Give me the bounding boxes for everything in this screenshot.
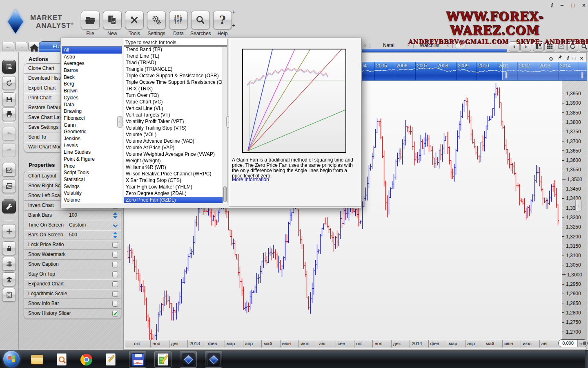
tools-search-input[interactable]: [124, 39, 227, 46]
tool-item[interactable]: Zero Degree Angles (ZDAL): [124, 191, 227, 197]
rail-grid-button[interactable]: [2, 257, 16, 271]
history-selection-left-handle[interactable]: [505, 72, 508, 79]
history-selection-range[interactable]: [502, 62, 588, 80]
checkbox[interactable]: [112, 311, 118, 316]
history-selection-right-handle[interactable]: [581, 72, 584, 79]
taskbar-notepad-icon[interactable]: [102, 351, 119, 368]
category-item[interactable]: Data: [62, 101, 122, 108]
toolbar-settings-button[interactable]: Settings: [146, 11, 167, 36]
category-item[interactable]: Jenkins: [62, 135, 122, 142]
window-close-icon[interactable]: ×: [582, 2, 586, 8]
tool-item[interactable]: Volume Weighted Average Price (VWAP): [124, 151, 227, 158]
rail-crosshair-button[interactable]: [2, 224, 16, 238]
category-item[interactable]: Price: [62, 163, 122, 170]
taskbar-market-analyst-icon[interactable]: [180, 351, 197, 368]
taskbar-explorer-folder-icon[interactable]: [29, 351, 46, 368]
rail-undo-button[interactable]: [2, 127, 16, 141]
tool-item[interactable]: Triple Octave Time Support & Resistance …: [124, 79, 227, 86]
category-item[interactable]: Cycles: [62, 94, 122, 101]
category-item[interactable]: Gann: [62, 122, 122, 129]
category-item[interactable]: Drawing: [62, 108, 122, 115]
tool-item[interactable]: Williams %R (WR): [124, 164, 227, 171]
tool-item[interactable]: Value Chart (VC): [124, 99, 227, 105]
window-minimize-icon[interactable]: −: [560, 2, 564, 8]
rail-download-history-button[interactable]: [2, 76, 16, 90]
category-item[interactable]: Geometric: [62, 128, 122, 135]
close-icon[interactable]: ×: [364, 43, 366, 48]
category-item[interactable]: Volume: [62, 197, 122, 203]
stepper[interactable]: [113, 231, 118, 239]
category-item[interactable]: Berg: [62, 81, 122, 88]
tool-item[interactable]: Zero Price Fan (GZDL): [124, 197, 227, 203]
tool-item[interactable]: Volume (VOL): [124, 132, 227, 138]
tool-item[interactable]: Trend Line (TL): [124, 53, 227, 60]
checkbox[interactable]: [112, 242, 118, 248]
category-item[interactable]: Script Tools: [62, 169, 122, 176]
category-item[interactable]: Point & Figure: [62, 156, 122, 163]
chart-restore-icon[interactable]: □: [573, 54, 576, 62]
rail-wrench-button[interactable]: [2, 200, 16, 213]
toolbar-help-button[interactable]: ?Help: [212, 11, 233, 36]
tool-item[interactable]: Vertical Line (VL): [124, 105, 227, 112]
scrollbar-thumb[interactable]: [223, 186, 227, 202]
rail-redo-button[interactable]: [2, 143, 16, 157]
toolbar-tools-button[interactable]: Tools: [124, 11, 145, 36]
tool-item[interactable]: X Bar Trailing Stop (GTS): [124, 177, 227, 184]
toolbar-new-button[interactable]: New: [102, 11, 122, 36]
toolbar-file-button[interactable]: File: [80, 11, 100, 36]
category-item[interactable]: Volatility: [62, 190, 122, 197]
taskbar-search-document-icon[interactable]: [53, 351, 70, 368]
window-info-icon[interactable]: i: [550, 2, 552, 8]
checkbox[interactable]: [112, 252, 118, 258]
show-desktop-button[interactable]: [585, 350, 588, 368]
tool-item[interactable]: Turn Over (TO): [124, 92, 227, 99]
categories-collapse-button[interactable]: ›: [117, 116, 122, 128]
category-item[interactable]: Line Studies: [62, 149, 122, 156]
category-item[interactable]: Averages: [62, 60, 122, 67]
stepper[interactable]: [113, 212, 118, 219]
rail-lock-button[interactable]: [2, 241, 16, 255]
rail-export-images-button[interactable]: [2, 179, 16, 193]
category-item[interactable]: Beck: [62, 74, 122, 81]
category-item[interactable]: Statistical: [62, 176, 122, 183]
chart-info-icon[interactable]: i: [567, 54, 569, 62]
tool-item[interactable]: TRIX (TRIX): [124, 86, 227, 92]
tool-item[interactable]: Volume Advance Decline (VAD): [124, 138, 227, 145]
date-axis[interactable]: октноядек2013февмарапрмайиюниюлавгсенокт…: [125, 340, 587, 348]
tool-item[interactable]: Trend Band (TB): [124, 47, 227, 53]
rail-save-button[interactable]: [2, 92, 16, 106]
rail-chart-actions-button[interactable]: [2, 60, 16, 74]
taskbar-floppy-64-icon[interactable]: —64—: [129, 351, 146, 368]
rail-notes-button[interactable]: [2, 288, 16, 302]
category-item[interactable]: Barros: [62, 67, 122, 74]
toolbar-searches-button[interactable]: Searches: [190, 11, 211, 36]
category-item[interactable]: All: [62, 47, 122, 54]
tool-item[interactable]: Year High Low Marker (YHLM): [124, 184, 227, 191]
checkbox[interactable]: [112, 301, 118, 307]
checkbox[interactable]: [112, 291, 118, 297]
xy-lock-toggle[interactable]: xy: [577, 340, 587, 347]
more-information-link[interactable]: More Information: [232, 177, 269, 182]
tool-item[interactable]: Triple Octave Support & Resistance (OSR): [124, 73, 227, 79]
scale-collapse-button[interactable]: ‹: [575, 199, 581, 211]
chart-diamond-icon[interactable]: ◇: [549, 54, 553, 62]
category-item[interactable]: Levels: [62, 142, 122, 149]
chart-close-icon[interactable]: ×: [580, 54, 583, 62]
tool-item[interactable]: Volume At Price (VAP): [124, 145, 227, 151]
checkbox[interactable]: [112, 281, 118, 287]
toolbar-data-button[interactable]: 101010111Data: [168, 11, 189, 36]
window-maximize-icon[interactable]: □: [571, 2, 575, 8]
tool-item[interactable]: Wilson Relative Price Channel (WRPC): [124, 171, 227, 177]
rail-export-image-button[interactable]: [2, 163, 16, 177]
category-item[interactable]: Fibonacci: [62, 115, 122, 122]
taskbar-market-analyst-icon[interactable]: [205, 351, 222, 368]
chart-pin-icon[interactable]: [557, 54, 563, 62]
rail-print-button[interactable]: [2, 107, 16, 121]
nav-back-button[interactable]: ←: [2, 42, 14, 51]
dropdown-chevron-icon[interactable]: [113, 222, 118, 228]
tool-item[interactable]: Triad (TRIAD): [124, 60, 227, 66]
tab-remnant[interactable]: × |: [364, 43, 371, 48]
checkbox[interactable]: [112, 272, 118, 277]
start-button[interactable]: [3, 351, 20, 367]
rail-education-button[interactable]: [2, 272, 16, 286]
